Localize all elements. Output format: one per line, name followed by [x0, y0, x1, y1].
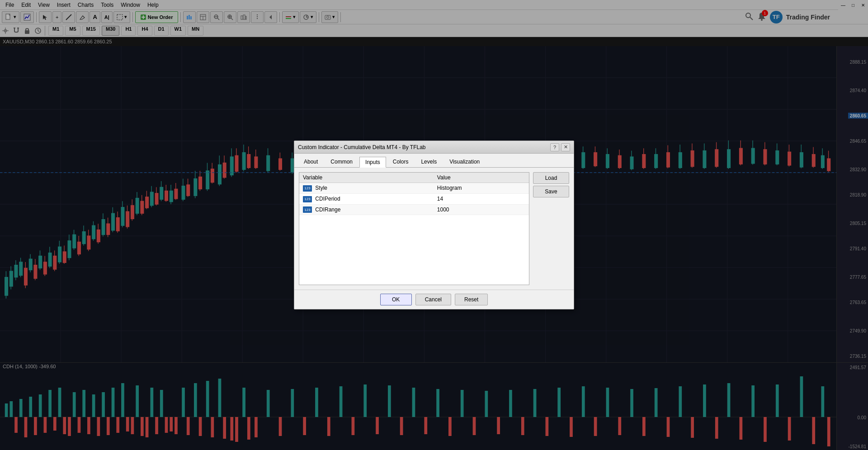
dialog-title: Custom Indicator - Cumulative Delta MT4 … [298, 144, 426, 150]
val-cdiperiod[interactable]: 14 [434, 193, 529, 204]
tab-inputs[interactable]: Inputs [359, 157, 386, 168]
side-buttons: Load Save [533, 172, 569, 285]
dialog-close-btn[interactable]: ✕ [561, 143, 570, 151]
tab-common[interactable]: Common [325, 156, 359, 167]
save-button[interactable]: Save [533, 186, 569, 197]
table-row[interactable]: 123 Style Histogram [299, 183, 529, 194]
tab-about[interactable]: About [298, 156, 324, 167]
dialog-controls: ? ✕ [550, 143, 570, 151]
var-cdiperiod: 123 CDIPeriod [299, 193, 434, 204]
row-icon-3: 123 [303, 206, 312, 213]
dialog-titlebar: Custom Indicator - Cumulative Delta MT4 … [294, 141, 574, 154]
dialog-tabs: About Common Inputs Colors Levels Visual… [294, 154, 574, 168]
row-icon-2: 123 [303, 196, 312, 202]
table-row[interactable]: 123 CDIPeriod 14 [299, 193, 529, 204]
modal-overlay: Custom Indicator - Cumulative Delta MT4 … [0, 0, 868, 450]
inputs-table: Variable Value 123 Style Histogram [299, 173, 529, 215]
indicator-dialog: Custom Indicator - Cumulative Delta MT4 … [294, 141, 574, 309]
var-cdirange-label: CDIRange [315, 206, 340, 213]
ok-button[interactable]: OK [380, 294, 412, 305]
reset-button[interactable]: Reset [455, 294, 488, 305]
tab-visualization[interactable]: Visualization [443, 156, 486, 167]
row-icon-1: 123 [303, 185, 312, 192]
dialog-help-btn[interactable]: ? [550, 143, 559, 151]
var-style-label: Style [315, 185, 327, 191]
inputs-table-wrap[interactable]: Variable Value 123 Style Histogram [299, 172, 529, 285]
load-button[interactable]: Load [533, 172, 569, 184]
val-cdirange[interactable]: 1000 [434, 204, 529, 215]
var-style: 123 Style [299, 183, 434, 194]
var-cdiperiod-label: CDIPeriod [315, 196, 340, 202]
col-value: Value [434, 173, 529, 183]
table-and-side: Variable Value 123 Style Histogram [299, 172, 569, 285]
dialog-content: Variable Value 123 Style Histogram [294, 168, 574, 290]
table-row[interactable]: 123 CDIRange 1000 [299, 204, 529, 215]
col-variable: Variable [299, 173, 434, 183]
val-style[interactable]: Histogram [434, 183, 529, 194]
tab-levels[interactable]: Levels [415, 156, 443, 167]
dialog-footer: OK Cancel Reset [294, 290, 574, 309]
cancel-button[interactable]: Cancel [415, 294, 451, 305]
var-cdirange: 123 CDIRange [299, 204, 434, 215]
tab-colors[interactable]: Colors [387, 156, 415, 167]
